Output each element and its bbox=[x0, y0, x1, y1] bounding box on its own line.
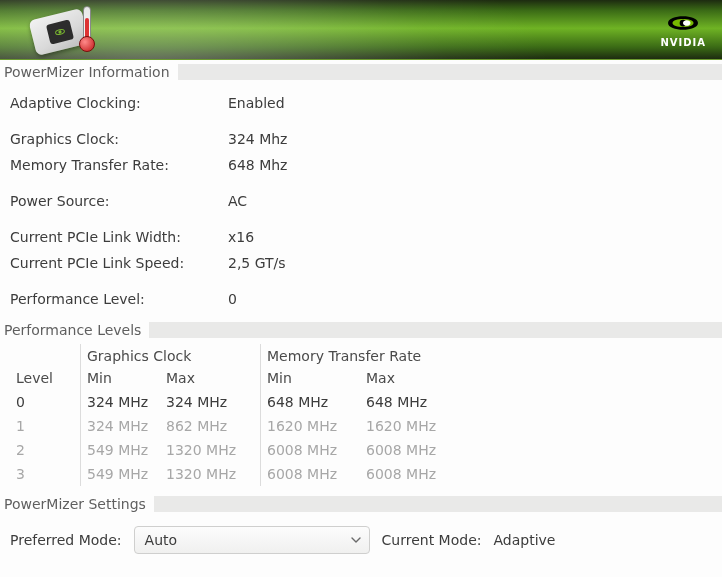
th-mmin: Min bbox=[260, 366, 360, 390]
row-pcie-speed: Current PCIe Link Speed: 2,5 GT/s bbox=[10, 250, 718, 276]
label-pcie-width: Current PCIe Link Width: bbox=[10, 229, 228, 245]
table-cell: 862 MHz bbox=[160, 414, 260, 438]
th-blank bbox=[10, 352, 80, 358]
row-power-source: Power Source: AC bbox=[10, 188, 718, 214]
th-graphics-clock: Graphics Clock bbox=[80, 344, 260, 366]
value-current-mode: Adaptive bbox=[493, 532, 555, 548]
section-title: Performance Levels bbox=[4, 322, 141, 338]
gpu-temp-icon bbox=[30, 8, 100, 52]
row-memory-transfer: Memory Transfer Rate: 648 Mhz bbox=[10, 152, 718, 178]
label-power-source: Power Source: bbox=[10, 193, 228, 209]
value-pcie-width: x16 bbox=[228, 229, 254, 245]
label-pcie-speed: Current PCIe Link Speed: bbox=[10, 255, 228, 271]
row-pcie-width: Current PCIe Link Width: x16 bbox=[10, 224, 718, 250]
preferred-mode-combobox[interactable]: Auto bbox=[134, 526, 370, 554]
table-cell: 0 bbox=[10, 390, 80, 414]
section-title: PowerMizer Information bbox=[4, 64, 170, 80]
nvidia-wordmark: NVIDIA bbox=[660, 37, 706, 48]
banner: NVIDIA bbox=[0, 0, 722, 60]
table-cell: 1320 MHz bbox=[160, 462, 260, 486]
value-adaptive-clocking: Enabled bbox=[228, 95, 285, 111]
table-cell: 6008 MHz bbox=[360, 438, 460, 462]
table-cell: 6008 MHz bbox=[260, 462, 360, 486]
section-divider bbox=[149, 322, 722, 338]
section-header-info: PowerMizer Information bbox=[0, 60, 722, 84]
table-cell: 3 bbox=[10, 462, 80, 486]
table-cell: 549 MHz bbox=[80, 438, 160, 462]
section-divider bbox=[154, 496, 722, 512]
label-adaptive-clocking: Adaptive Clocking: bbox=[10, 95, 228, 111]
table-cell: 1620 MHz bbox=[360, 414, 460, 438]
preferred-mode-value: Auto bbox=[145, 532, 178, 548]
table-cell: 1320 MHz bbox=[160, 438, 260, 462]
section-header-levels: Performance Levels bbox=[0, 318, 722, 342]
powermizer-info: Adaptive Clocking: Enabled Graphics Cloc… bbox=[0, 84, 722, 318]
table-cell: 1 bbox=[10, 414, 80, 438]
table-cell: 6008 MHz bbox=[260, 438, 360, 462]
value-pcie-speed: 2,5 GT/s bbox=[228, 255, 286, 271]
nvidia-logo: NVIDIA bbox=[660, 11, 706, 48]
label-memory-transfer: Memory Transfer Rate: bbox=[10, 157, 228, 173]
performance-levels-table: Graphics Clock Memory Transfer Rate Leve… bbox=[0, 342, 722, 492]
row-performance-level: Performance Level: 0 bbox=[10, 286, 718, 312]
table-cell: 648 MHz bbox=[260, 390, 360, 414]
th-level: Level bbox=[10, 366, 80, 390]
value-power-source: AC bbox=[228, 193, 247, 209]
th-memory-transfer: Memory Transfer Rate bbox=[260, 344, 460, 366]
section-divider bbox=[178, 64, 722, 80]
table-cell: 324 MHz bbox=[160, 390, 260, 414]
section-title: PowerMizer Settings bbox=[4, 496, 146, 512]
value-memory-transfer: 648 Mhz bbox=[228, 157, 287, 173]
chevron-down-icon bbox=[351, 532, 361, 548]
value-graphics-clock: 324 Mhz bbox=[228, 131, 287, 147]
thermometer-icon bbox=[78, 6, 94, 52]
powermizer-settings: Preferred Mode: Auto Current Mode: Adapt… bbox=[0, 516, 722, 554]
table-cell: 324 MHz bbox=[80, 414, 160, 438]
table-cell: 324 MHz bbox=[80, 390, 160, 414]
value-performance-level: 0 bbox=[228, 291, 237, 307]
label-preferred-mode: Preferred Mode: bbox=[10, 532, 122, 548]
row-graphics-clock: Graphics Clock: 324 Mhz bbox=[10, 126, 718, 152]
table-cell: 2 bbox=[10, 438, 80, 462]
th-gmin: Min bbox=[80, 366, 160, 390]
table-cell: 1620 MHz bbox=[260, 414, 360, 438]
row-adaptive-clocking: Adaptive Clocking: Enabled bbox=[10, 90, 718, 116]
section-header-settings: PowerMizer Settings bbox=[0, 492, 722, 516]
table-cell: 6008 MHz bbox=[360, 462, 460, 486]
table-cell: 648 MHz bbox=[360, 390, 460, 414]
nvidia-eye-icon bbox=[665, 11, 701, 35]
label-performance-level: Performance Level: bbox=[10, 291, 228, 307]
table-cell: 549 MHz bbox=[80, 462, 160, 486]
th-gmax: Max bbox=[160, 366, 260, 390]
th-mmax: Max bbox=[360, 366, 460, 390]
label-current-mode: Current Mode: bbox=[382, 532, 482, 548]
label-graphics-clock: Graphics Clock: bbox=[10, 131, 228, 147]
th-blank2 bbox=[460, 352, 560, 358]
